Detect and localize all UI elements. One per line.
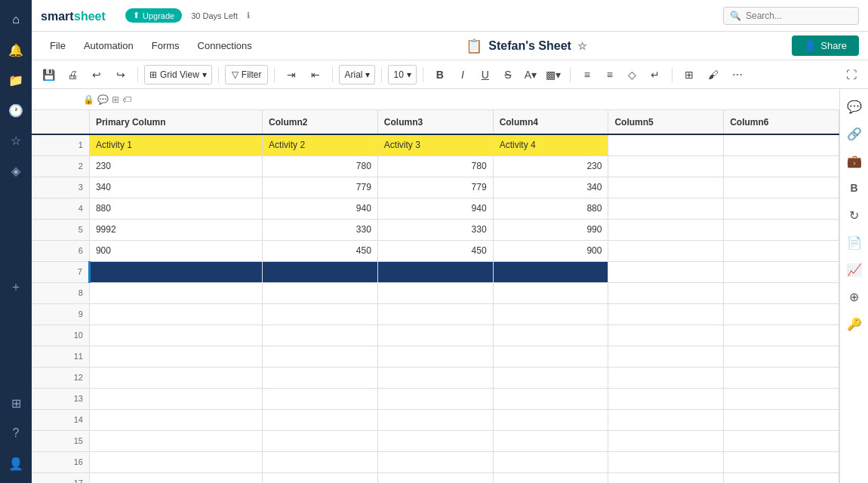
cell[interactable]: 940 bbox=[263, 198, 378, 219]
cell[interactable] bbox=[724, 177, 839, 198]
cell[interactable] bbox=[263, 261, 378, 282]
font-size-dropdown[interactable]: 10 ▾ bbox=[388, 65, 416, 85]
cell[interactable]: 9992 bbox=[89, 219, 262, 240]
redo-icon[interactable]: ↪ bbox=[110, 64, 131, 85]
cell[interactable] bbox=[493, 430, 608, 451]
cell[interactable] bbox=[724, 155, 839, 177]
formula-button[interactable]: ◇ bbox=[622, 64, 643, 85]
cell[interactable] bbox=[493, 409, 608, 430]
cell[interactable] bbox=[377, 367, 493, 388]
cell[interactable] bbox=[89, 282, 262, 303]
align-center-button[interactable]: ≡ bbox=[599, 64, 620, 85]
sidebar-question-icon[interactable]: ? bbox=[2, 420, 29, 447]
expand-button[interactable]: ⛶ bbox=[841, 64, 862, 85]
cell[interactable]: 230 bbox=[89, 155, 262, 177]
cell[interactable] bbox=[608, 430, 724, 451]
cell[interactable] bbox=[263, 451, 378, 472]
cell[interactable] bbox=[493, 346, 608, 367]
sidebar-clock-icon[interactable]: 🕐 bbox=[2, 97, 29, 124]
cell[interactable] bbox=[608, 388, 724, 409]
search-box[interactable]: 🔍 bbox=[723, 7, 859, 25]
cell[interactable] bbox=[608, 198, 724, 219]
sidebar-diamond-icon[interactable]: ◈ bbox=[2, 157, 29, 184]
cell[interactable] bbox=[493, 388, 608, 409]
paint-button[interactable]: 🖌 bbox=[703, 64, 724, 85]
cell[interactable] bbox=[263, 367, 378, 388]
cell[interactable] bbox=[724, 134, 839, 155]
cell[interactable] bbox=[608, 240, 724, 261]
cell[interactable]: 330 bbox=[263, 219, 378, 240]
cell[interactable]: 940 bbox=[377, 198, 493, 219]
cell[interactable] bbox=[724, 261, 839, 282]
cell[interactable]: 340 bbox=[89, 177, 262, 198]
more-options-button[interactable]: ⋯ bbox=[727, 64, 748, 85]
share-button[interactable]: 👤 Share bbox=[792, 35, 859, 56]
sidebar-bell-icon[interactable]: 🔔 bbox=[2, 36, 29, 63]
cell[interactable]: 780 bbox=[263, 155, 378, 177]
fill-color-button[interactable]: ▩▾ bbox=[543, 64, 564, 85]
cell[interactable] bbox=[724, 303, 839, 325]
cell[interactable] bbox=[608, 346, 724, 367]
right-chart-icon[interactable]: 📈 bbox=[843, 258, 866, 281]
spreadsheet[interactable]: 🔒 💬 ⊞ 🏷 Primary Co bbox=[32, 89, 839, 483]
cell[interactable]: Activity 2 bbox=[263, 134, 378, 155]
cell[interactable] bbox=[724, 282, 839, 303]
outdent-icon[interactable]: ⇤ bbox=[305, 64, 326, 85]
cell[interactable] bbox=[377, 472, 493, 483]
cell[interactable] bbox=[608, 367, 724, 388]
cell[interactable] bbox=[724, 346, 839, 367]
cell[interactable] bbox=[608, 472, 724, 483]
cell[interactable] bbox=[89, 261, 262, 282]
filter-button[interactable]: ▽ Filter bbox=[225, 65, 269, 85]
search-input[interactable] bbox=[746, 11, 852, 21]
underline-button[interactable]: U bbox=[475, 64, 496, 85]
col-header-6[interactable]: Column6 bbox=[724, 110, 839, 134]
cell[interactable]: 900 bbox=[89, 240, 262, 261]
table-view-button[interactable]: ⊞ bbox=[679, 64, 700, 85]
cell[interactable] bbox=[263, 346, 378, 367]
italic-button[interactable]: I bbox=[452, 64, 473, 85]
cell[interactable]: 990 bbox=[493, 219, 608, 240]
cell[interactable] bbox=[724, 198, 839, 219]
cell[interactable] bbox=[608, 155, 724, 177]
sidebar-folder-icon[interactable]: 📁 bbox=[2, 66, 29, 94]
print-icon[interactable]: 🖨 bbox=[62, 64, 83, 85]
sidebar-home-icon[interactable]: ⌂ bbox=[2, 6, 29, 33]
right-layers-icon[interactable]: ⊕ bbox=[843, 285, 866, 308]
cell[interactable] bbox=[89, 451, 262, 472]
sidebar-user-icon[interactable]: 👤 bbox=[2, 450, 29, 477]
bold-button[interactable]: B bbox=[429, 64, 451, 85]
cell[interactable]: 450 bbox=[263, 240, 378, 261]
indent-icon[interactable]: ⇥ bbox=[281, 64, 302, 85]
cell[interactable] bbox=[724, 240, 839, 261]
cell[interactable] bbox=[493, 282, 608, 303]
cell[interactable] bbox=[608, 219, 724, 240]
cell[interactable]: 880 bbox=[89, 198, 262, 219]
cell[interactable] bbox=[263, 388, 378, 409]
sidebar-plus-icon[interactable]: ＋ bbox=[2, 273, 29, 300]
cell[interactable] bbox=[724, 451, 839, 472]
cell[interactable] bbox=[377, 282, 493, 303]
menu-file[interactable]: File bbox=[41, 32, 75, 60]
cell[interactable] bbox=[493, 451, 608, 472]
cell[interactable] bbox=[377, 261, 493, 282]
sidebar-grid-icon[interactable]: ⊞ bbox=[2, 389, 29, 417]
cell[interactable] bbox=[263, 430, 378, 451]
cell[interactable]: 779 bbox=[263, 177, 378, 198]
cell[interactable]: Activity 1 bbox=[89, 134, 262, 155]
cell[interactable] bbox=[263, 303, 378, 325]
cell[interactable] bbox=[608, 409, 724, 430]
cell[interactable] bbox=[608, 177, 724, 198]
cell[interactable]: 780 bbox=[377, 155, 493, 177]
cell[interactable] bbox=[89, 346, 262, 367]
cell[interactable] bbox=[263, 472, 378, 483]
cell[interactable]: Activity 3 bbox=[377, 134, 493, 155]
cell[interactable] bbox=[608, 451, 724, 472]
cell[interactable]: 779 bbox=[377, 177, 493, 198]
cell[interactable] bbox=[377, 325, 493, 346]
cell[interactable] bbox=[493, 367, 608, 388]
cell[interactable] bbox=[608, 303, 724, 325]
cell[interactable]: Activity 4 bbox=[493, 134, 608, 155]
right-file-icon[interactable]: 📄 bbox=[843, 231, 866, 254]
cell[interactable] bbox=[724, 388, 839, 409]
